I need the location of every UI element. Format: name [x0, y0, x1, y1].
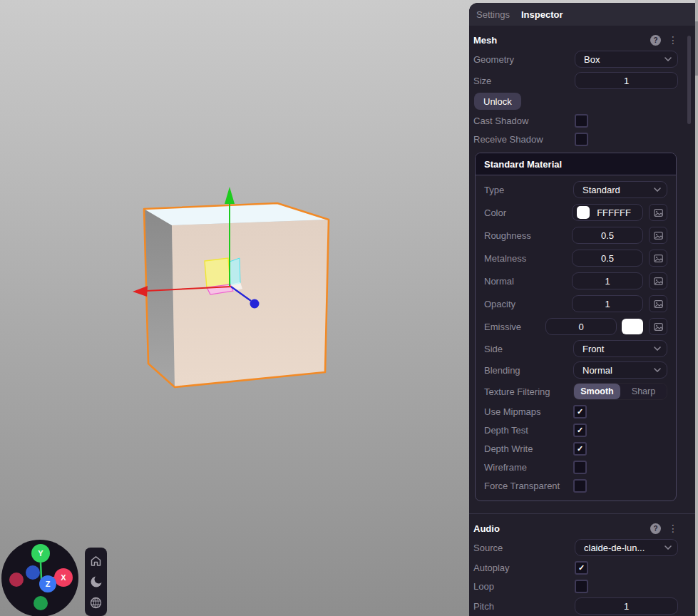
normal-texture-button[interactable]	[649, 272, 667, 289]
scene-cube[interactable]	[107, 171, 349, 414]
unlock-row: Unlock	[473, 91, 678, 111]
gizmo-y-line	[41, 563, 41, 579]
axis-ball-neg-y[interactable]	[34, 596, 48, 610]
axis-z-handle[interactable]	[250, 299, 260, 309]
viewport-toolbar	[85, 548, 107, 616]
geometry-label: Geometry	[473, 54, 575, 65]
wireframe-label: Wireframe	[484, 462, 573, 473]
normal-label: Normal	[484, 276, 572, 287]
force-transparent-checkbox[interactable]	[573, 479, 587, 493]
gizmo-cube-cyan-face[interactable]	[230, 258, 240, 285]
opacity-label: Opacity	[484, 299, 572, 309]
pitch-label: Pitch	[473, 601, 575, 612]
wireframe-checkbox[interactable]	[573, 461, 587, 474]
color-texture-button[interactable]	[649, 204, 667, 221]
home-button[interactable]	[89, 554, 103, 568]
material-title: Standard Material	[484, 159, 676, 170]
metalness-input[interactable]: 0.5	[572, 250, 643, 267]
loop-label: Loop	[473, 581, 575, 592]
type-value: Standard	[582, 185, 650, 195]
opacity-value: 1	[605, 299, 610, 309]
autoplay-checkbox[interactable]	[575, 561, 588, 575]
axis-ball-neg-z[interactable]	[26, 565, 40, 580]
metalness-value: 0.5	[601, 253, 614, 264]
image-icon	[654, 255, 663, 262]
opacity-texture-button[interactable]	[649, 295, 667, 312]
roughness-value: 0.5	[601, 230, 614, 241]
tab-inspector[interactable]: Inspector	[521, 9, 563, 20]
texture-filtering-sharp[interactable]: Sharp	[620, 384, 667, 399]
blending-select[interactable]: Normal	[573, 361, 667, 379]
emissive-texture-button[interactable]	[649, 318, 667, 335]
geometry-row: Geometry Box	[473, 48, 678, 70]
pitch-input[interactable]: 1	[575, 597, 678, 615]
unlock-button[interactable]: Unlock	[474, 93, 521, 110]
roughness-input[interactable]: 0.5	[572, 227, 643, 244]
metalness-texture-button[interactable]	[649, 250, 667, 267]
wireframe-row: Wireframe	[484, 458, 667, 476]
shading-toggle-button[interactable]	[89, 575, 103, 589]
size-input[interactable]: 1	[575, 72, 678, 89]
cast-shadow-row: Cast Shadow	[473, 111, 678, 130]
color-input[interactable]: FFFFFF	[572, 204, 643, 221]
help-icon[interactable]: ?	[650, 35, 661, 46]
use-mipmaps-checkbox[interactable]	[573, 405, 587, 419]
opacity-input[interactable]: 1	[572, 295, 643, 312]
panel-scrollbar-thumb[interactable]	[687, 36, 691, 124]
metalness-row: Metalness 0.5	[484, 247, 667, 270]
material-body: Type Standard Color FFFFFF	[476, 175, 676, 500]
receive-shadow-row: Receive Shadow	[473, 130, 678, 148]
gizmo-cube-yellow-face[interactable]	[205, 258, 230, 288]
orientation-gizmo[interactable]: Y X Z	[0, 537, 82, 616]
window-scrollbar-track[interactable]	[695, 0, 698, 616]
moon-icon	[90, 575, 103, 588]
emissive-color-swatch[interactable]	[622, 319, 643, 334]
kebab-menu-icon[interactable]: ⋮	[668, 35, 678, 45]
side-row: Side Front	[484, 338, 667, 359]
side-select[interactable]: Front	[573, 340, 667, 357]
image-icon	[654, 323, 663, 331]
source-label: Source	[473, 543, 575, 553]
axis-y-arrowhead[interactable]	[225, 187, 235, 204]
normal-input[interactable]: 1	[572, 272, 643, 289]
inspector-panel: Settings Inspector Mesh ? ⋮ Geometry Box…	[469, 3, 695, 616]
side-label: Side	[484, 344, 573, 354]
cast-shadow-label: Cast Shadow	[473, 115, 575, 126]
chevron-down-icon	[654, 188, 661, 192]
tab-settings[interactable]: Settings	[476, 9, 510, 20]
axis-x-arrowhead[interactable]	[133, 286, 148, 297]
loop-checkbox[interactable]	[575, 580, 588, 593]
use-mipmaps-row: Use Mipmaps	[484, 402, 667, 421]
color-swatch[interactable]	[577, 206, 590, 219]
cast-shadow-checkbox[interactable]	[575, 114, 588, 128]
axis-label-z: Z	[46, 580, 51, 588]
loop-row: Loop	[473, 577, 678, 595]
source-row: Source claide-de-lun...	[473, 537, 678, 558]
depth-write-checkbox[interactable]	[573, 442, 587, 456]
emissive-input[interactable]: 0	[545, 318, 617, 335]
depth-test-checkbox[interactable]	[573, 423, 587, 437]
image-icon	[654, 277, 663, 285]
size-label: Size	[473, 76, 575, 86]
roughness-texture-button[interactable]	[649, 227, 667, 244]
opacity-row: Opacity 1	[484, 292, 667, 315]
window-scrollbar-thumb[interactable]	[695, 21, 698, 76]
help-icon[interactable]: ?	[650, 523, 661, 534]
image-icon	[654, 300, 663, 308]
normal-row: Normal 1	[484, 270, 667, 292]
axis-ball-neg-x[interactable]	[9, 573, 24, 587]
texture-filtering-smooth[interactable]: Smooth	[574, 384, 620, 399]
grid-toggle-button[interactable]	[89, 595, 103, 610]
size-row: Size 1	[473, 70, 678, 91]
geometry-select[interactable]: Box	[575, 51, 678, 68]
type-select[interactable]: Standard	[573, 181, 667, 198]
receive-shadow-checkbox[interactable]	[575, 133, 588, 146]
kebab-menu-icon[interactable]: ⋮	[668, 523, 678, 533]
texture-filtering-label: Texture Filtering	[484, 386, 573, 397]
depth-test-label: Depth Test	[484, 425, 573, 436]
image-icon	[654, 209, 663, 217]
size-value: 1	[624, 76, 629, 86]
source-select[interactable]: claide-de-lun...	[575, 539, 678, 556]
color-label: Color	[484, 207, 572, 218]
metalness-label: Metalness	[484, 253, 572, 264]
